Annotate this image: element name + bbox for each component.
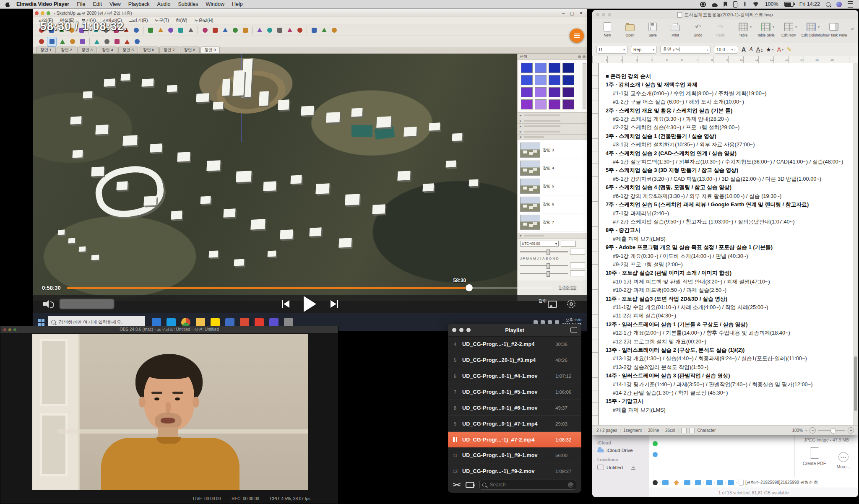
hwp-toolbar-edit-column-button[interactable]: ▾Edit Column [800, 22, 822, 37]
menu-item[interactable]: Window [206, 1, 224, 7]
toolbar-overflow-button[interactable]: » [851, 22, 856, 31]
scene-thumbnail [520, 179, 540, 194]
doc-lecture-line: #11-1강 수업 개요(01:10~) / 사례 소개(4:00~) / 작업… [606, 303, 851, 312]
menu-item[interactable]: Audio [157, 1, 171, 7]
playlist-search-input[interactable] [489, 481, 565, 488]
playlist-panel-icon[interactable] [570, 327, 577, 333]
tray-scene-item: 장면 6 [519, 195, 586, 213]
eject-icon[interactable] [631, 466, 635, 468]
playlist-traffic-lights[interactable] [452, 328, 471, 332]
playlist-row[interactable]: 9UD_CG-Progr...0-1)_#7-1.mp429:03 [448, 416, 581, 432]
document-page[interactable]: ■ 온라인 강의 순서1주 - 강의소개 / 실습 및 재택수업 과제#1-1강… [599, 63, 853, 425]
spotlight-search-icon[interactable] [826, 2, 830, 7]
menu-item[interactable]: Help [232, 1, 243, 7]
volume-icon[interactable] [43, 300, 54, 308]
sidebar-item-icloud-drive[interactable]: iCloud Drive [597, 448, 649, 453]
seek-knob[interactable] [466, 284, 473, 291]
playlist-row[interactable]: 4UD_CG-Progr...-1)_#2-2.mp430:36 [448, 336, 581, 352]
hwp-toolbar-show-task-pane-button[interactable]: Show Task Pane [823, 22, 845, 37]
person-eye [154, 397, 159, 400]
hwp-toolbar-edit-row-button[interactable]: ▾Edit Row [778, 22, 799, 37]
next-track-button[interactable] [331, 300, 338, 308]
cloud-status-icon[interactable] [712, 3, 718, 7]
preset-select[interactable]: Rep.▾ [631, 46, 657, 54]
building [150, 143, 162, 152]
sketchup-tool-icon [241, 26, 250, 34]
finder-file-list[interactable] [649, 435, 795, 477]
color-swatch [521, 99, 533, 109]
airplay-icon[interactable] [548, 301, 557, 308]
battery-icon[interactable] [784, 2, 794, 7]
wifi-icon[interactable] [752, 2, 759, 7]
finder-path-bar[interactable]: › › › › › › › › [권형준-21925998]21925998 권… [649, 477, 858, 488]
search-options-chevron-icon[interactable] [568, 482, 573, 488]
hwp-toolbar-print-button[interactable]: Print [664, 22, 686, 37]
playlist-row[interactable]: 8UD_CG-Progr...0-1)_#6-1.mov49:37 [448, 400, 581, 416]
font-size-select[interactable]: 10.0▾ ↕ [714, 46, 738, 54]
menu-item[interactable]: Edit [93, 1, 102, 7]
active-app-name[interactable]: Elmedia Video Player [16, 1, 69, 7]
shadows-panel: UTC+09:00▾ JFMAMJJASOND [518, 239, 587, 281]
document-scrollbar[interactable] [853, 63, 858, 425]
highlight-pen-icon[interactable]: ✎ [787, 46, 792, 53]
zoom-slider[interactable] [818, 430, 845, 431]
zoom-out-button[interactable]: − [810, 427, 816, 434]
font-select[interactable]: 휴먼고딕↕ [660, 46, 711, 54]
play-button[interactable] [304, 296, 316, 312]
playlist-row[interactable]: 6UD_CG-Progr...0-1)_#4-1.mov1:07:12 [448, 368, 581, 384]
shuffle-icon[interactable] [453, 482, 461, 488]
menu-item[interactable]: File [77, 1, 85, 7]
device-status-icon[interactable] [733, 1, 737, 8]
previous-track-button[interactable] [282, 300, 289, 308]
siri-icon[interactable] [836, 2, 842, 7]
menu-item[interactable]: View [109, 1, 121, 7]
status-icon[interactable] [681, 428, 687, 433]
menu-bar-clock[interactable]: Fri 14:22 [799, 1, 820, 7]
sketchup-tool-icon [122, 37, 131, 46]
playlist-search-field[interactable] [479, 480, 576, 490]
hwp-toolbar-save-button[interactable]: Save [642, 22, 664, 37]
sidebar-item-untitled[interactable]: Untitled [597, 465, 649, 470]
menu-item[interactable]: Subtitles [178, 1, 198, 7]
scrollbar-thumb[interactable] [854, 356, 857, 411]
player-menu-button[interactable] [570, 29, 584, 43]
playlist-row-name: UD_CG-Progr...-1)_#2-2.mp4 [462, 341, 555, 347]
hwp-toolbar-table-button[interactable]: ▾Table [732, 22, 754, 37]
hwp-toolbar-undo-button[interactable]: ↶Undo [687, 22, 709, 37]
status-icon[interactable] [689, 428, 695, 433]
bookmark-status-icon[interactable] [724, 2, 727, 7]
hwp-toolbar-open-button[interactable]: Open [619, 22, 641, 37]
zoom-level[interactable]: 100% [792, 428, 803, 433]
obs-traffic-lights[interactable] [3, 328, 16, 331]
playlist-row[interactable]: 5UD_CG-Progr...20-1)_#3.mp440:26 [448, 352, 581, 368]
italic-button[interactable]: A [749, 46, 753, 53]
style-select[interactable]: D▾ [596, 46, 627, 54]
more-action[interactable]: ••• More... [836, 452, 850, 469]
building [326, 112, 340, 123]
hwp-traffic-lights[interactable] [596, 13, 611, 16]
playlist-row[interactable]: 7UD_CG-Progr...0-1)_#5-1.mov1:06:06 [448, 384, 581, 400]
notification-center-icon[interactable] [848, 1, 853, 8]
obs-status-icon[interactable] [700, 2, 706, 7]
create-pdf-action[interactable]: Create PDF [803, 447, 826, 466]
font-color-button[interactable]: A▾ [777, 46, 784, 53]
bold-button[interactable]: A [742, 46, 746, 53]
hwp-toolbar-new-button[interactable]: New [596, 22, 618, 37]
menu-item[interactable]: Playback [128, 1, 150, 7]
hwp-toolbar-table-style-button[interactable]: ▾Table Style [755, 22, 777, 37]
playlist-row[interactable]: UD_CG-Progr...-1)_#7-2.mp41:08:32 [448, 432, 581, 447]
settings-gear-icon[interactable] [567, 300, 575, 308]
apple-logo-icon[interactable] [5, 2, 10, 7]
sketchup-window-button: ✕ [579, 10, 583, 16]
time-field [570, 249, 585, 255]
seek-bar[interactable]: 58:30 [67, 287, 553, 289]
underline-button[interactable]: A▾ [756, 46, 763, 53]
doc-lecture-line: #2-2강 스케치업 실습(4:30~) / 프로그램 설치(29:00~) [606, 123, 851, 132]
playlist-row[interactable]: 11UD_CG-Progr...0-1)_#9-1.mov56:00 [448, 447, 581, 463]
effects-button[interactable]: ★▾ [766, 46, 774, 53]
zoom-in-button[interactable]: + [848, 427, 854, 434]
bluetooth-icon[interactable]: ᛒ [743, 2, 746, 7]
building [372, 204, 385, 214]
repeat-icon[interactable] [466, 482, 474, 488]
color-swatch [535, 63, 547, 73]
